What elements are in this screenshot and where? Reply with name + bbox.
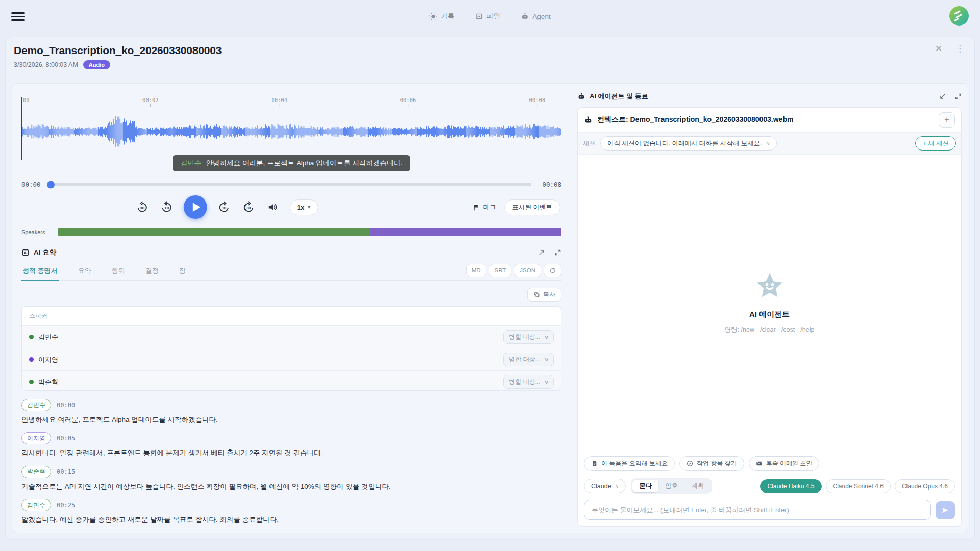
tab-chapters[interactable]: 장 <box>178 263 187 280</box>
export-json-button[interactable]: JSON <box>514 264 541 277</box>
speed-select[interactable]: 1x▼ <box>290 199 318 215</box>
forward-30-button[interactable]: 30 <box>241 199 256 215</box>
subtitle-speaker: 김민수: <box>180 159 203 167</box>
chevron-down-icon: ∨ <box>544 379 549 385</box>
waveform-container[interactable]: 00 00:02 00:04 00:06 00:08 <box>21 97 561 158</box>
new-session-button[interactable]: + 새 세션 <box>915 136 956 151</box>
chart-icon <box>21 248 30 257</box>
volume-button[interactable] <box>265 199 281 215</box>
tab-agent[interactable]: Agent <box>521 12 550 21</box>
rewind-10-button[interactable]: 10 <box>159 199 175 215</box>
tab-transcript[interactable]: 성적 증명서 <box>21 263 59 280</box>
expand-icon[interactable] <box>554 249 561 256</box>
copy-icon <box>533 291 540 298</box>
tab-files[interactable]: 파일 <box>475 12 500 21</box>
svg-text:10: 10 <box>222 206 227 210</box>
rewind-30-button[interactable]: 30 <box>135 199 150 215</box>
speaker-color-dot <box>29 335 34 339</box>
speaker-segment-purple[interactable] <box>370 228 561 236</box>
export-md-button[interactable]: MD <box>466 264 486 277</box>
chip-action-items[interactable]: 작업 항목 찾기 <box>679 456 744 471</box>
speaker-segment-green[interactable] <box>58 228 370 236</box>
transcript-entry[interactable]: 김민수 00:25 알겠습니다. 예산 증가를 승인하고 새로운 날짜를 목표로… <box>21 499 561 525</box>
model-claude-opus[interactable]: Claude Opus 4.6 <box>895 479 955 493</box>
transcript-list: 김민수 00:00 안녕하세요 여러분, 프로젝트 Alpha 업데이트를 시작… <box>21 399 561 533</box>
playback-cursor[interactable] <box>21 97 22 160</box>
speaker-list: 스피커 김민수 병합 대상...∨ 이지영 병합 대상...∨ 박준혁 <box>21 306 561 391</box>
mode-ask[interactable]: 묻다 <box>632 480 658 492</box>
speaker-badge: 김민수 <box>21 499 51 511</box>
add-context-button[interactable]: + <box>939 112 955 128</box>
app-logo[interactable] <box>949 6 969 26</box>
flag-icon <box>473 204 480 211</box>
entry-timestamp[interactable]: 00:05 <box>57 435 75 442</box>
timeline-ruler: 00 00:02 00:04 00:06 00:08 <box>21 97 561 105</box>
transcript-entry[interactable]: 김민수 00:00 안녕하세요 여러분, 프로젝트 Alpha 업데이트를 시작… <box>21 399 561 425</box>
chevron-down-icon: ∨ <box>544 357 549 362</box>
mark-button[interactable]: 마크 <box>473 203 496 212</box>
speaker-row: 박준혁 병합 대상...∨ <box>22 370 561 391</box>
svg-text:10: 10 <box>164 206 169 210</box>
tab-record[interactable]: 기록 <box>429 12 454 21</box>
chip-followup-email[interactable]: 후속 이메일 초안 <box>749 456 820 471</box>
transcript-entry[interactable]: 박준혁 00:15 기술적으로는 API 지연 시간이 예상보다 높습니다. 인… <box>21 466 561 492</box>
kebab-menu-icon[interactable]: ⋮ <box>955 44 964 53</box>
agent-star-icon <box>754 271 785 302</box>
model-claude-haiku[interactable]: Claude Haiku 4.5 <box>760 479 821 493</box>
play-button[interactable] <box>184 195 207 219</box>
model-pills: Claude Haiku 4.5 Claude Sonnet 4.6 Claud… <box>760 479 955 493</box>
send-icon <box>941 506 949 514</box>
tab-actions[interactable]: 행위 <box>111 263 126 280</box>
chevron-down-icon: ∨ <box>767 141 770 146</box>
agent-panel-title: AI 에이전트 및 동료 <box>590 92 648 101</box>
model-toolbar: Claude∨ 묻다 암호 계획 Claude Haiku 4.5 Claude… <box>578 475 961 497</box>
mode-code[interactable]: 암호 <box>658 480 684 492</box>
marked-events-button[interactable]: 표시된 이벤트 <box>504 199 560 215</box>
model-claude-sonnet[interactable]: Claude Sonnet 4.6 <box>826 479 891 493</box>
mode-plan[interactable]: 계획 <box>684 480 710 492</box>
tab-record-label: 기록 <box>440 12 454 21</box>
open-external-icon[interactable] <box>538 249 545 256</box>
copy-button[interactable]: 복사 <box>527 288 561 302</box>
svg-text:30: 30 <box>140 206 145 210</box>
subtitle-overlay: 김민수:안녕하세요 여러분, 프로젝트 Alpha 업데이트를 시작하겠습니다. <box>173 155 410 171</box>
expand-icon[interactable] <box>954 93 962 100</box>
close-icon[interactable]: ✕ <box>935 44 942 53</box>
session-select[interactable]: 아직 세션이 없습니다. 아래에서 대화를 시작해 보세요.∨ <box>600 136 777 151</box>
merge-target-select[interactable]: 병합 대상...∨ <box>503 330 554 344</box>
document-icon <box>591 460 598 467</box>
tab-decisions[interactable]: 결정 <box>144 263 160 280</box>
entry-timestamp[interactable]: 00:25 <box>57 502 75 509</box>
chip-summarize[interactable]: 이 녹음을 요약해 보세요 <box>584 456 675 471</box>
seek-slider[interactable] <box>48 183 531 186</box>
top-tabs: 기록 파일 Agent <box>429 12 550 21</box>
merge-target-select[interactable]: 병합 대상...∨ <box>503 353 554 366</box>
forward-10-button[interactable]: 10 <box>216 199 232 215</box>
robot-icon <box>521 12 529 20</box>
refresh-button[interactable] <box>544 264 561 277</box>
entry-timestamp[interactable]: 00:15 <box>57 468 75 475</box>
tab-summary[interactable]: 요약 <box>77 263 92 280</box>
speaker-timeline-bar[interactable] <box>58 228 561 236</box>
record-icon <box>429 13 437 20</box>
seek-thumb[interactable] <box>47 181 55 188</box>
waveform <box>21 105 561 158</box>
page-title: Demo_Transcription_ko_20260330080003 <box>14 44 966 57</box>
speaker-badge: 박준혁 <box>21 466 51 478</box>
entry-timestamp[interactable]: 00:00 <box>57 402 75 409</box>
send-button[interactable] <box>936 501 955 519</box>
document-date: 3/30/2026, 8:00:03 AM <box>14 61 78 68</box>
menu-icon[interactable] <box>11 10 24 23</box>
chat-input[interactable] <box>584 500 931 520</box>
merge-target-select[interactable]: 병합 대상...∨ <box>503 375 554 389</box>
export-srt-button[interactable]: SRT <box>489 264 512 277</box>
file-icon <box>475 12 483 20</box>
transcript-entry[interactable]: 이지영 00:05 감사합니다. 일정 관련해서, 프론트엔드 통합에 문제가 … <box>21 432 561 458</box>
provider-select[interactable]: Claude∨ <box>584 479 626 493</box>
robot-icon <box>577 92 585 101</box>
entry-text: 기술적으로는 API 지연 시간이 예상보다 높습니다. 인스턴스 확장이 필요… <box>21 482 561 492</box>
summary-tabs: 성적 증명서 요약 행위 결정 장 MD SRT JSON <box>21 263 561 281</box>
top-bar: 기록 파일 Agent <box>0 0 980 33</box>
collapse-icon[interactable] <box>939 93 946 100</box>
empty-state-title: AI 에이전트 <box>749 310 790 319</box>
